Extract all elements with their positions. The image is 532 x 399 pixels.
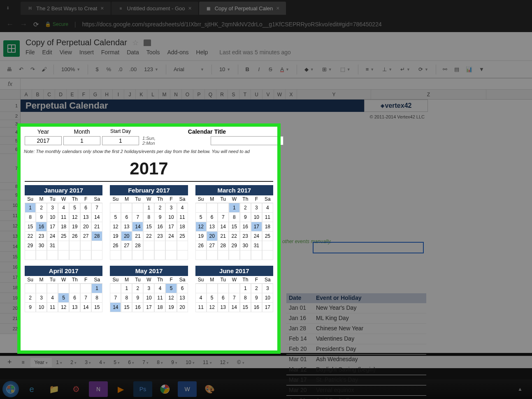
calendar-cell[interactable]: 13: [207, 222, 218, 232]
calendar-cell[interactable]: 5: [165, 284, 177, 293]
calendar-cell[interactable]: 5: [69, 203, 80, 213]
calendar-cell[interactable]: 18: [177, 222, 188, 232]
calendar-cell[interactable]: 27: [207, 241, 218, 251]
calendar-cell[interactable]: 10: [262, 293, 273, 303]
browser-tab[interactable]: HThe 2 Best Ways to Creat×: [21, 2, 111, 15]
calendar-cell[interactable]: 1: [121, 284, 132, 293]
calendar-cell[interactable]: 11: [262, 213, 273, 222]
sheet-tab[interactable]: 9 ▾: [167, 358, 181, 367]
column-header[interactable]: H: [101, 90, 113, 99]
column-header[interactable]: M: [159, 90, 170, 99]
calendar-cell[interactable]: 12: [195, 222, 207, 232]
startday-input[interactable]: [102, 136, 139, 145]
calendar-cell[interactable]: 14: [91, 213, 102, 222]
calendar-cell[interactable]: 22: [143, 232, 154, 241]
select-all-corner[interactable]: [0, 90, 21, 99]
calendar-cell[interactable]: 12: [165, 293, 177, 303]
calendar-cell[interactable]: 16: [251, 303, 262, 312]
year-input[interactable]: [25, 136, 62, 145]
close-icon[interactable]: ×: [188, 5, 191, 12]
strikethrough-icon[interactable]: S: [265, 65, 275, 74]
row-header[interactable]: 1: [0, 100, 21, 112]
calendar-cell[interactable]: 10: [165, 213, 177, 222]
calendar-cell[interactable]: 3: [143, 284, 154, 293]
column-header[interactable]: S: [228, 90, 239, 99]
calendar-cell[interactable]: 3: [262, 284, 273, 293]
calendar-cell[interactable]: 2: [154, 203, 165, 213]
row-header[interactable]: 7: [0, 154, 21, 183]
row-header[interactable]: 18: [0, 283, 21, 293]
calendar-cell[interactable]: 29: [25, 241, 36, 251]
taskbar-explorer-icon[interactable]: 📁: [44, 381, 63, 397]
calendar-cell[interactable]: 6: [121, 213, 132, 222]
calendar-cell[interactable]: 25: [177, 232, 188, 241]
column-header[interactable]: E: [67, 90, 78, 99]
v-align-icon[interactable]: ⊥▼: [379, 65, 395, 74]
calendar-cell[interactable]: 3: [36, 293, 47, 303]
calendar-cell[interactable]: 8: [25, 213, 36, 222]
calendar-cell[interactable]: 17: [262, 303, 273, 312]
calendar-cell[interactable]: 5: [110, 213, 121, 222]
column-header[interactable]: R: [216, 90, 228, 99]
calendar-cell[interactable]: 9: [251, 293, 262, 303]
calendar-cell[interactable]: 6: [207, 213, 218, 222]
menu-help[interactable]: Help: [196, 49, 208, 56]
calendar-cell[interactable]: 24: [165, 232, 177, 241]
calendar-cell[interactable]: 4: [262, 203, 273, 213]
row-header[interactable]: 4: [0, 128, 21, 137]
calendar-cell[interactable]: 9: [36, 213, 47, 222]
filter-icon[interactable]: ▼: [476, 65, 487, 74]
column-header[interactable]: A: [21, 90, 32, 99]
paint-format-icon[interactable]: 🖌: [39, 65, 49, 74]
sheet-tab[interactable]: 2 ▾: [66, 358, 81, 367]
calendar-cell[interactable]: 19: [110, 232, 121, 241]
row-header[interactable]: 11: [0, 211, 21, 221]
column-header[interactable]: C: [44, 90, 55, 99]
taskbar-paint-icon[interactable]: 🎨: [200, 381, 219, 397]
calendar-cell[interactable]: 9: [25, 303, 36, 312]
browser-tab[interactable]: ▦Copy of Perpetual Calen×: [199, 2, 286, 15]
calendar-cell[interactable]: 19: [195, 232, 207, 241]
back-icon[interactable]: ←: [6, 20, 14, 29]
event-row[interactable]: Jan 01New Year's Day: [286, 303, 426, 313]
calendar-cell[interactable]: 19: [165, 303, 177, 312]
calendar-cell[interactable]: 15: [121, 303, 132, 312]
document-title[interactable]: Copy of Perpetual Calendar: [26, 38, 127, 47]
row-header[interactable]: 12: [0, 221, 21, 231]
calendar-cell[interactable]: 1: [143, 203, 154, 213]
decrease-decimal-icon[interactable]: .0: [115, 65, 125, 74]
calendar-cell[interactable]: 8: [91, 293, 102, 303]
row-header[interactable]: 15: [0, 252, 21, 262]
fill-color-icon[interactable]: ◆▼: [301, 65, 317, 74]
calendar-cell[interactable]: 10: [47, 213, 58, 222]
calendar-cell[interactable]: 30: [36, 241, 47, 251]
percent-icon[interactable]: %: [104, 65, 114, 74]
calendar-cell[interactable]: 1: [229, 203, 240, 213]
column-header[interactable]: W: [274, 90, 286, 99]
rotate-icon[interactable]: ⟳▼: [415, 65, 432, 74]
calendar-cell[interactable]: 25: [58, 232, 69, 241]
calendar-cell[interactable]: 2: [36, 203, 47, 213]
calendar-cell[interactable]: 12: [69, 213, 80, 222]
sheets-logo-icon[interactable]: [3, 40, 20, 57]
row-header[interactable]: 5: [0, 137, 21, 145]
taskbar-onenote-icon[interactable]: N: [89, 381, 108, 397]
taskbar-photoshop-icon[interactable]: Ps: [133, 381, 152, 397]
calendar-cell[interactable]: 31: [251, 241, 262, 251]
calendar-cell[interactable]: 20: [80, 222, 91, 232]
calendar-cell[interactable]: 8: [240, 293, 251, 303]
calendar-cell[interactable]: 2: [25, 293, 36, 303]
calendar-cell[interactable]: 15: [229, 222, 240, 232]
reload-icon[interactable]: ⟳: [33, 21, 39, 28]
calendar-cell[interactable]: 6: [69, 293, 80, 303]
sheet-tab[interactable]: 5 ▾: [109, 358, 124, 367]
calendar-cell[interactable]: 13: [69, 303, 80, 312]
column-header[interactable]: P: [193, 90, 205, 99]
calendar-cell[interactable]: 5: [195, 213, 207, 222]
sheet-tab[interactable]: 1 ▾: [52, 358, 66, 367]
menu-edit[interactable]: Edit: [42, 49, 52, 56]
calendar-cell[interactable]: 19: [69, 222, 80, 232]
borders-icon[interactable]: ⊞▼: [319, 65, 335, 74]
column-header[interactable]: O: [182, 90, 193, 99]
sheet-tab[interactable]: 6 ▾: [124, 358, 138, 367]
